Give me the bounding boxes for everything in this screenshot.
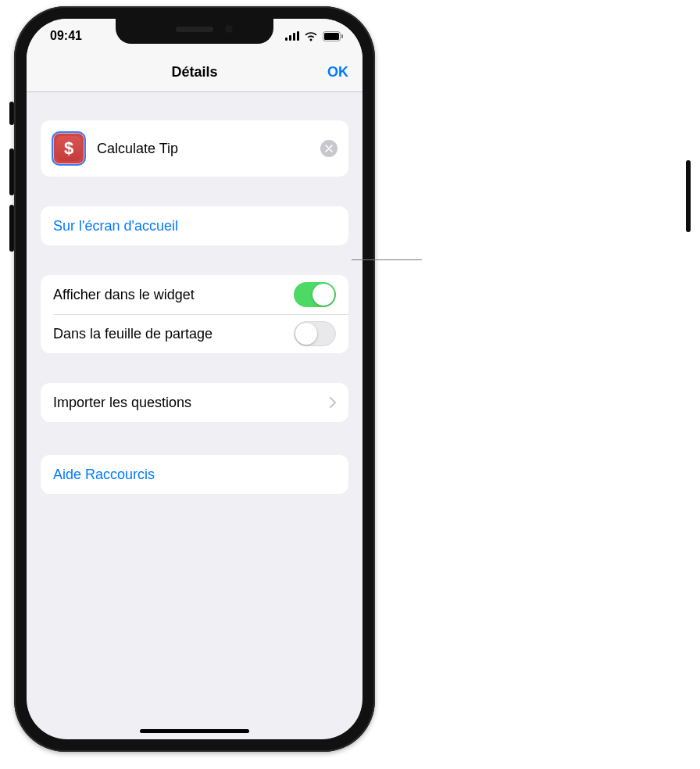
phone-frame: 09:41 Détails OK xyxy=(14,6,375,752)
close-icon xyxy=(325,145,333,152)
cellular-icon xyxy=(285,31,299,41)
home-indicator[interactable] xyxy=(140,729,249,733)
shortcut-name-input[interactable]: Calculate Tip xyxy=(97,138,309,160)
import-questions-button[interactable]: Importer les questions xyxy=(41,383,348,422)
shortcuts-help-button[interactable]: Aide Raccourcis xyxy=(41,455,348,494)
add-to-home-label: Sur l'écran d'accueil xyxy=(53,218,178,234)
battery-icon xyxy=(323,31,344,41)
show-in-widget-label: Afficher dans le widget xyxy=(53,287,195,303)
show-in-widget-row: Afficher dans le widget xyxy=(41,275,348,314)
shortcut-row: $ Calculate Tip xyxy=(41,120,348,177)
svg-rect-1 xyxy=(324,33,339,40)
help-group: Aide Raccourcis xyxy=(41,455,348,494)
nav-bar: Détails OK xyxy=(27,53,362,92)
svg-rect-2 xyxy=(341,34,343,38)
share-sheet-label: Dans la feuille de partage xyxy=(53,326,212,342)
home-screen-group: Sur l'écran d'accueil xyxy=(41,206,348,245)
power-button xyxy=(686,160,691,232)
content: $ Calculate Tip Sur l'écran d'accueil xyxy=(27,92,362,739)
shortcut-icon[interactable]: $ xyxy=(52,131,86,166)
done-button[interactable]: OK xyxy=(327,64,348,80)
clear-button[interactable] xyxy=(320,140,338,157)
toggles-group: Afficher dans le widget Dans la feuille … xyxy=(41,275,348,353)
chevron-right-icon xyxy=(330,397,336,408)
import-group: Importer les questions xyxy=(41,383,348,422)
wifi-icon xyxy=(304,31,318,41)
share-sheet-row: Dans la feuille de partage xyxy=(41,314,348,353)
add-to-home-button[interactable]: Sur l'écran d'accueil xyxy=(41,206,348,245)
import-questions-label: Importer les questions xyxy=(53,395,191,411)
show-in-widget-toggle[interactable] xyxy=(294,282,336,307)
screen: 09:41 Détails OK xyxy=(27,19,362,739)
status-time: 09:41 xyxy=(50,29,82,43)
notch xyxy=(116,19,273,44)
shortcut-header-group: $ Calculate Tip xyxy=(41,120,348,177)
shortcuts-help-label: Aide Raccourcis xyxy=(53,467,155,483)
share-sheet-toggle[interactable] xyxy=(294,321,336,346)
page-title: Détails xyxy=(171,64,217,80)
dollar-icon: $ xyxy=(64,138,73,159)
callout-line xyxy=(352,259,422,260)
